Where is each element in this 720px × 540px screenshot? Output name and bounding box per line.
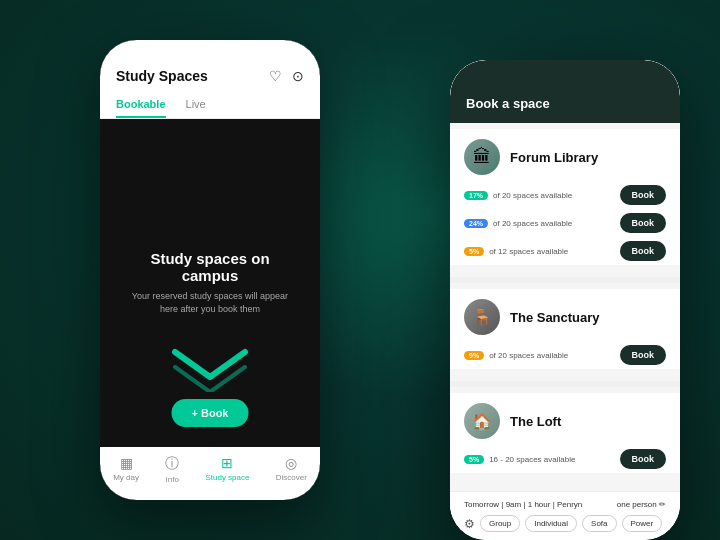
app-title: Study Spaces: [116, 68, 208, 84]
info-icon: ⓘ: [165, 455, 179, 473]
phone-back: Study Spaces ♡ ⊙ Bookable Live Study spa…: [100, 40, 320, 500]
forum-blue-badge: 24%: [464, 219, 488, 228]
one-person[interactable]: one person ✏: [617, 500, 666, 509]
nav-info[interactable]: ⓘ Info: [165, 455, 179, 484]
loft-green-text: 16 - 20 spaces available: [489, 455, 575, 464]
filter-power[interactable]: Power: [622, 515, 663, 532]
book-header: Book a space: [450, 60, 680, 123]
venue-loft-header: 🏠 The Loft: [450, 393, 680, 445]
bottom-bar-info-row: Tomorrow | 9am | 1 hour | Penryn one per…: [464, 500, 666, 509]
nav-discover[interactable]: ◎ Discover: [276, 455, 307, 484]
tab-bookable[interactable]: Bookable: [116, 92, 166, 118]
sanctuary-yellow-badge: 9%: [464, 351, 484, 360]
venue-loft: 🏠 The Loft 5% 16 - 20 spaces available B…: [450, 393, 680, 473]
forum-blue-info: 24% of 20 spaces available: [464, 219, 614, 228]
booking-info: Tomorrow | 9am | 1 hour | Penryn: [464, 500, 582, 509]
forum-green-badge: 17%: [464, 191, 488, 200]
chevron-decoration: [170, 347, 250, 387]
main-content: Study spaces on campus Your reserved stu…: [100, 119, 320, 447]
sanctuary-yellow-info: 9% of 20 spaces available: [464, 351, 614, 360]
forum-library-avatar: 🏛: [464, 139, 500, 175]
discover-icon: ◎: [285, 455, 297, 471]
nav-my-day[interactable]: ▦ My day: [113, 455, 139, 484]
heart-icon[interactable]: ♡: [269, 68, 282, 84]
loft-green-info: 5% 16 - 20 spaces available: [464, 455, 614, 464]
nav-discover-label: Discover: [276, 473, 307, 482]
filter-row: ⚙ Group Individual Sofa Power: [464, 515, 666, 532]
filter-sofa[interactable]: Sofa: [582, 515, 616, 532]
study-spaces-subtitle: Your reserved study spaces will appear h…: [130, 290, 290, 315]
book-fab-button[interactable]: + Book: [172, 399, 249, 427]
header-icons: ♡ ⊙: [269, 68, 304, 84]
loft-name: The Loft: [510, 414, 561, 429]
forum-yellow-text: of 12 spaces available: [489, 247, 568, 256]
sanctuary-name: The Sanctuary: [510, 310, 600, 325]
front-screen: Book a space 🏛 Forum Library: [450, 60, 680, 540]
book-header-title: Book a space: [466, 96, 550, 111]
tab-live[interactable]: Live: [186, 92, 206, 118]
sanctuary-yellow-text: of 20 spaces available: [489, 351, 568, 360]
filter-icon[interactable]: ⚙: [464, 517, 475, 531]
bottom-nav: ▦ My day ⓘ Info ⊞ Study space ◎ Discover: [100, 447, 320, 500]
venue-forum-library-header: 🏛 Forum Library: [450, 129, 680, 181]
study-space-icon: ⊞: [221, 455, 233, 471]
forum-yellow-info: 5% of 12 spaces available: [464, 247, 614, 256]
forum-blue-book-button[interactable]: Book: [620, 213, 667, 233]
my-day-icon: ▦: [120, 455, 133, 471]
study-spaces-title: Study spaces on campus: [130, 250, 290, 284]
divider-2: [450, 381, 680, 387]
sanctuary-book-button[interactable]: Book: [620, 345, 667, 365]
forum-green-info: 17% of 20 spaces available: [464, 191, 614, 200]
venue-forum-library: 🏛 Forum Library 17% of 20 spaces availab…: [450, 129, 680, 265]
phone-front: Book a space 🏛 Forum Library: [450, 60, 680, 540]
forum-green-text: of 20 spaces available: [493, 191, 572, 200]
filter-individual[interactable]: Individual: [525, 515, 577, 532]
venue-sanctuary-header: 🪑 The Sanctuary: [450, 289, 680, 341]
venue-list: 🏛 Forum Library 17% of 20 spaces availab…: [450, 123, 680, 491]
nav-info-label: Info: [166, 475, 179, 484]
loft-green-zone-row: 5% 16 - 20 spaces available Book: [450, 445, 680, 473]
forum-yellow-book-button[interactable]: Book: [620, 241, 667, 261]
forum-blue-zone-row: 24% of 20 spaces available Book: [450, 209, 680, 237]
forum-library-name: Forum Library: [510, 150, 598, 165]
notch: [180, 40, 240, 54]
sanctuary-yellow-zone-row: 9% of 20 spaces available Book: [450, 341, 680, 369]
nav-study-space[interactable]: ⊞ Study space: [205, 455, 249, 484]
loft-book-button[interactable]: Book: [620, 449, 667, 469]
nav-my-day-label: My day: [113, 473, 139, 482]
loft-avatar: 🏠: [464, 403, 500, 439]
profile-icon[interactable]: ⊙: [292, 68, 304, 84]
forum-green-book-button[interactable]: Book: [620, 185, 667, 205]
forum-blue-text: of 20 spaces available: [493, 219, 572, 228]
venue-sanctuary: 🪑 The Sanctuary 9% of 20 spaces availabl…: [450, 289, 680, 369]
nav-study-label: Study space: [205, 473, 249, 482]
forum-yellow-zone-row: 5% of 12 spaces available Book: [450, 237, 680, 265]
sanctuary-avatar: 🪑: [464, 299, 500, 335]
loft-green-badge: 5%: [464, 455, 484, 464]
bottom-bar: Tomorrow | 9am | 1 hour | Penryn one per…: [450, 491, 680, 540]
back-screen: Study Spaces ♡ ⊙ Bookable Live Study spa…: [100, 40, 320, 500]
divider-1: [450, 277, 680, 283]
forum-yellow-badge: 5%: [464, 247, 484, 256]
tabs: Bookable Live: [100, 92, 320, 119]
forum-green-zone-row: 17% of 20 spaces available Book: [450, 181, 680, 209]
filter-group[interactable]: Group: [480, 515, 520, 532]
